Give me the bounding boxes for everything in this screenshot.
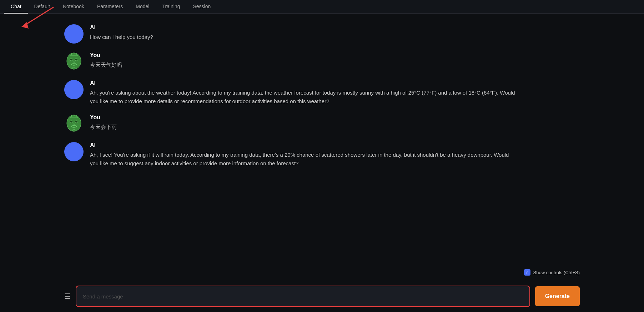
message-author-0: AI — [90, 24, 580, 31]
avatar-ai-4 — [64, 142, 84, 161]
message-content-4: AIAh, I see! You're asking if it will ra… — [90, 142, 580, 168]
message-author-4: AI — [90, 142, 580, 149]
message-content-0: AIHow can I help you today? — [90, 24, 580, 41]
svg-point-8 — [75, 121, 78, 123]
nav-tab-default[interactable]: Default — [28, 0, 56, 14]
message-author-1: You — [90, 52, 580, 59]
avatar-you-3 — [64, 114, 84, 134]
message-content-3: You今天会下雨 — [90, 114, 580, 131]
message-text-1: 今天天气好吗 — [90, 61, 518, 69]
avatar-ai-0 — [64, 24, 84, 44]
chat-area: AIHow can I help you today? — [0, 14, 644, 282]
svg-point-3 — [70, 59, 73, 61]
message-content-2: AIAh, you're asking about the weather to… — [90, 80, 580, 106]
message-author-2: AI — [90, 80, 580, 86]
generate-button[interactable]: Generate — [535, 286, 580, 306]
message-content-1: You今天天气好吗 — [90, 52, 580, 69]
svg-point-5 — [72, 67, 75, 69]
nav-tab-notebook[interactable]: Notebook — [56, 0, 91, 14]
message-author-3: You — [90, 114, 580, 121]
show-controls-row: ✓ Show controls (Ctrl+S) — [524, 269, 580, 276]
svg-point-9 — [72, 129, 75, 131]
avatar-ai-2 — [64, 80, 84, 99]
svg-point-7 — [70, 121, 73, 123]
message-input[interactable] — [76, 286, 529, 306]
show-controls-label: Show controls (Ctrl+S) — [533, 270, 580, 275]
message-text-4: Ah, I see! You're asking if it will rain… — [90, 151, 518, 168]
message-row-0: AIHow can I help you today? — [64, 24, 580, 44]
hamburger-button[interactable]: ☰ — [64, 292, 71, 301]
message-text-0: How can I help you today? — [90, 33, 518, 41]
nav-tab-model[interactable]: Model — [129, 0, 156, 14]
message-row-1: You今天天气好吗 — [64, 52, 580, 71]
message-row-2: AIAh, you're asking about the weather to… — [64, 80, 580, 106]
message-text-3: 今天会下雨 — [90, 123, 518, 131]
top-nav: ChatDefaultNotebookParametersModelTraini… — [0, 0, 644, 14]
message-row-3: You今天会下雨 — [64, 114, 580, 134]
bottom-bar: ✓ Show controls (Ctrl+S) ☰ Generate — [0, 282, 644, 312]
show-controls-checkbox[interactable]: ✓ — [524, 269, 530, 276]
message-row-4: AIAh, I see! You're asking if it will ra… — [64, 142, 580, 168]
message-input-wrapper — [76, 286, 530, 307]
nav-tab-parameters[interactable]: Parameters — [91, 0, 129, 14]
nav-tab-session[interactable]: Session — [186, 0, 217, 14]
avatar-you-1 — [64, 52, 84, 71]
svg-point-4 — [75, 59, 78, 61]
nav-tab-training[interactable]: Training — [156, 0, 186, 14]
nav-tab-chat[interactable]: Chat — [4, 0, 28, 14]
message-text-2: Ah, you're asking about the weather toda… — [90, 89, 518, 106]
